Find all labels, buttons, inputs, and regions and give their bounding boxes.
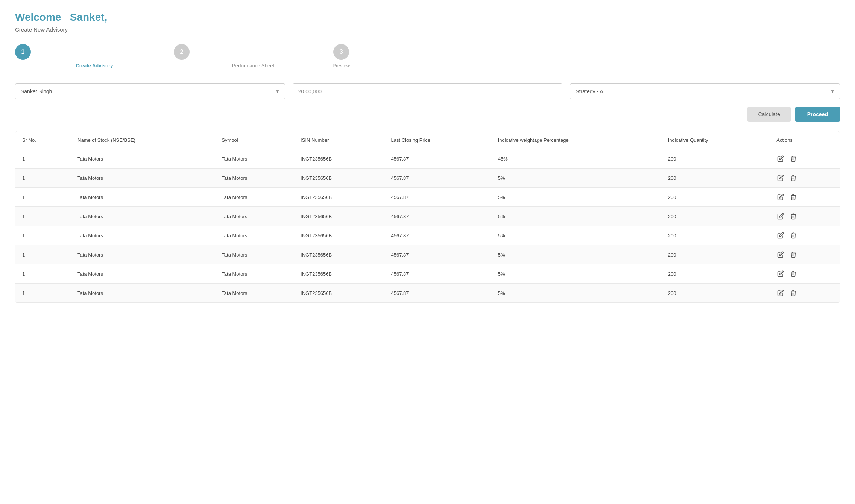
table-row: 1 Tata Motors Tata Motors INGT235656B 45… <box>15 264 840 284</box>
step-1-circle: 1 <box>15 44 31 60</box>
delete-icon[interactable] <box>789 174 797 182</box>
cell-quantity: 200 <box>661 226 770 245</box>
cell-price: 4567.87 <box>384 245 491 264</box>
user-name: Sanket, <box>70 11 108 23</box>
cell-actions <box>770 245 840 264</box>
cell-actions <box>770 149 840 169</box>
cell-name: Tata Motors <box>71 245 215 264</box>
table-row: 1 Tata Motors Tata Motors INGT235656B 45… <box>15 207 840 226</box>
table-row: 1 Tata Motors Tata Motors INGT235656B 45… <box>15 226 840 245</box>
delete-icon[interactable] <box>789 212 797 220</box>
edit-icon[interactable] <box>776 231 785 240</box>
cell-sr: 1 <box>15 169 71 188</box>
cell-price: 4567.87 <box>384 169 491 188</box>
edit-icon[interactable] <box>776 174 785 182</box>
cell-symbol: Tata Motors <box>215 226 294 245</box>
cell-weight: 5% <box>491 188 661 207</box>
step-line-2 <box>190 52 333 52</box>
cell-symbol: Tata Motors <box>215 169 294 188</box>
edit-icon[interactable] <box>776 193 785 201</box>
step-1: 1 Create Advisory <box>15 44 174 68</box>
cell-name: Tata Motors <box>71 169 215 188</box>
cell-price: 4567.87 <box>384 149 491 169</box>
delete-icon[interactable] <box>789 250 797 259</box>
cell-sr: 1 <box>15 284 71 303</box>
cell-symbol: Tata Motors <box>215 149 294 169</box>
cell-symbol: Tata Motors <box>215 188 294 207</box>
edit-icon[interactable] <box>776 155 785 163</box>
calculate-button[interactable]: Calculate <box>747 107 790 122</box>
step-2: 2 Performance Sheet <box>174 44 333 68</box>
delete-icon[interactable] <box>789 270 797 278</box>
delete-icon[interactable] <box>789 231 797 240</box>
col-sr: Sr No. <box>15 131 71 149</box>
delete-icon[interactable] <box>789 289 797 297</box>
edit-icon[interactable] <box>776 289 785 297</box>
edit-icon[interactable] <box>776 250 785 259</box>
form-row: Sanket Singh ▼ Strategy - A ▼ <box>15 83 840 99</box>
table-row: 1 Tata Motors Tata Motors INGT235656B 45… <box>15 188 840 207</box>
cell-sr: 1 <box>15 264 71 284</box>
cell-name: Tata Motors <box>71 207 215 226</box>
cell-isin: INGT235656B <box>294 149 384 169</box>
amount-input-wrapper <box>293 83 563 99</box>
cell-actions <box>770 188 840 207</box>
cell-quantity: 200 <box>661 207 770 226</box>
user-select-wrapper: Sanket Singh ▼ <box>15 83 285 99</box>
edit-icon[interactable] <box>776 270 785 278</box>
cell-name: Tata Motors <box>71 149 215 169</box>
cell-price: 4567.87 <box>384 188 491 207</box>
cell-symbol: Tata Motors <box>215 245 294 264</box>
step-3: 3 Preview <box>333 44 350 68</box>
cell-price: 4567.87 <box>384 226 491 245</box>
cell-sr: 1 <box>15 188 71 207</box>
cell-weight: 5% <box>491 264 661 284</box>
cell-weight: 5% <box>491 169 661 188</box>
cell-isin: INGT235656B <box>294 207 384 226</box>
cell-weight: 5% <box>491 226 661 245</box>
cell-isin: INGT235656B <box>294 245 384 264</box>
table-row: 1 Tata Motors Tata Motors INGT235656B 45… <box>15 149 840 169</box>
amount-input[interactable] <box>293 83 563 99</box>
proceed-button[interactable]: Proceed <box>795 107 840 122</box>
step-1-label: Create Advisory <box>76 63 113 68</box>
col-actions: Actions <box>770 131 840 149</box>
cell-weight: 5% <box>491 284 661 303</box>
cell-weight: 5% <box>491 207 661 226</box>
col-isin: ISIN Number <box>294 131 384 149</box>
col-quantity: Indicative Quantity <box>661 131 770 149</box>
cell-symbol: Tata Motors <box>215 264 294 284</box>
table-header-row: Sr No. Name of Stock (NSE/BSE) Symbol IS… <box>15 131 840 149</box>
step-3-label: Preview <box>333 63 350 68</box>
delete-icon[interactable] <box>789 155 797 163</box>
cell-quantity: 200 <box>661 284 770 303</box>
delete-icon[interactable] <box>789 193 797 201</box>
step-line-1 <box>31 52 174 52</box>
cell-sr: 1 <box>15 245 71 264</box>
step-3-circle: 3 <box>333 44 349 60</box>
cell-sr: 1 <box>15 207 71 226</box>
cell-quantity: 200 <box>661 169 770 188</box>
page-subtitle: Create New Advisory <box>15 26 840 33</box>
step-2-circle: 2 <box>174 44 190 60</box>
cell-name: Tata Motors <box>71 264 215 284</box>
cell-isin: INGT235656B <box>294 226 384 245</box>
table-row: 1 Tata Motors Tata Motors INGT235656B 45… <box>15 284 840 303</box>
cell-actions <box>770 264 840 284</box>
cell-isin: INGT235656B <box>294 169 384 188</box>
cell-weight: 5% <box>491 245 661 264</box>
user-select[interactable]: Sanket Singh <box>15 83 285 99</box>
edit-icon[interactable] <box>776 212 785 220</box>
cell-price: 4567.87 <box>384 284 491 303</box>
strategy-select[interactable]: Strategy - A <box>570 83 840 99</box>
cell-name: Tata Motors <box>71 226 215 245</box>
stock-table-container: Sr No. Name of Stock (NSE/BSE) Symbol IS… <box>15 131 840 303</box>
cell-actions <box>770 207 840 226</box>
cell-sr: 1 <box>15 226 71 245</box>
cell-actions <box>770 169 840 188</box>
cell-quantity: 200 <box>661 149 770 169</box>
cell-isin: INGT235656B <box>294 264 384 284</box>
strategy-select-wrapper: Strategy - A ▼ <box>570 83 840 99</box>
cell-symbol: Tata Motors <box>215 284 294 303</box>
col-price: Last Closing Price <box>384 131 491 149</box>
